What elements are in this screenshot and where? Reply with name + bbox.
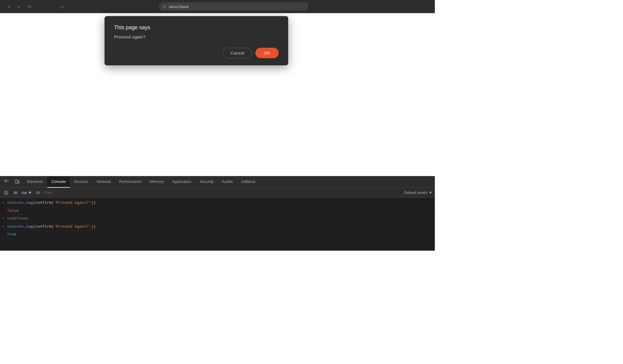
svg-rect-2 bbox=[15, 180, 18, 183]
console-line: > console.log(confirm('Proceed again?')) bbox=[0, 199, 435, 207]
chevron-down-icon: ▼ bbox=[28, 190, 32, 195]
chevron-down-icon: ▼ bbox=[429, 190, 432, 195]
browser-dialog: This page says Proceed again? Cancel OK bbox=[105, 16, 288, 65]
console-value-false: false bbox=[7, 208, 19, 214]
bookmark-icon[interactable]: ▭ bbox=[60, 4, 64, 10]
show-drawer-icon[interactable] bbox=[12, 189, 19, 196]
ok-button[interactable]: OK bbox=[255, 48, 279, 58]
page-content: This page says Proceed again? Cancel OK bbox=[0, 13, 435, 176]
console-value-true: true bbox=[7, 232, 16, 237]
devtools-toolbar: top ▼ Default levels ▼ bbox=[0, 188, 435, 198]
forward-button[interactable]: ▶ bbox=[16, 3, 23, 10]
console-code-2: console.log(confirm('Proceed again?')) bbox=[7, 224, 96, 230]
svg-rect-0 bbox=[5, 180, 7, 182]
security-info-icon: ⚠ bbox=[162, 4, 166, 9]
svg-rect-3 bbox=[18, 181, 19, 183]
back-button[interactable]: ◀ bbox=[5, 3, 12, 10]
cancel-button[interactable]: Cancel bbox=[223, 48, 252, 58]
console-value-undefined: undefined bbox=[7, 216, 28, 222]
filter-input[interactable] bbox=[44, 190, 402, 195]
console-result-false: false bbox=[0, 207, 435, 215]
tab-application[interactable]: Application bbox=[168, 176, 196, 188]
tab-network[interactable]: Network bbox=[93, 176, 115, 188]
tab-console[interactable]: Console bbox=[47, 176, 70, 188]
console-line-2: > console.log(confirm('Proceed again?')) bbox=[0, 223, 435, 231]
address-bar[interactable]: ⚠ about:blank bbox=[159, 2, 308, 11]
tab-elements[interactable]: Elements bbox=[23, 176, 47, 188]
tab-performance[interactable]: Performance bbox=[115, 176, 145, 188]
tab-adblock[interactable]: AdBlock bbox=[237, 176, 260, 188]
context-value: top bbox=[22, 190, 27, 195]
default-levels-dropdown[interactable]: Default levels ▼ bbox=[404, 190, 432, 195]
url-text: about:blank bbox=[169, 4, 189, 9]
dialog-title: This page says bbox=[114, 24, 279, 31]
address-bar-container: ⚠ about:blank bbox=[37, 2, 430, 11]
dialog-message: Proceed again? bbox=[114, 34, 279, 39]
tab-sources[interactable]: Sources bbox=[70, 176, 93, 188]
svg-point-10 bbox=[37, 192, 39, 193]
device-toolbar-icon[interactable] bbox=[13, 178, 22, 186]
inspect-element-icon[interactable] bbox=[2, 178, 11, 186]
console-output: > console.log(confirm('Proceed again?'))… bbox=[0, 198, 435, 251]
reload-button[interactable]: ↻ bbox=[26, 3, 33, 10]
console-result-undefined: < undefined bbox=[0, 215, 435, 223]
default-levels-label: Default levels bbox=[404, 190, 427, 195]
devtools-panel: Elements Console Sources Network Perform… bbox=[0, 176, 435, 251]
input-arrow: > bbox=[2, 200, 4, 206]
clear-console-icon[interactable] bbox=[2, 189, 10, 196]
browser-chrome: ◀ ▶ ↻ ▭ ⚠ about:blank bbox=[0, 0, 435, 13]
devtools-tabs: Elements Console Sources Network Perform… bbox=[0, 176, 435, 188]
output-arrow: < bbox=[2, 216, 4, 221]
input-arrow-2: > bbox=[2, 224, 4, 229]
svg-line-5 bbox=[5, 192, 7, 194]
tab-security[interactable]: Security bbox=[195, 176, 218, 188]
console-result-true: true bbox=[0, 231, 435, 239]
tab-audits[interactable]: Audits bbox=[218, 176, 237, 188]
context-selector[interactable]: top ▼ bbox=[22, 190, 32, 195]
tab-memory[interactable]: Memory bbox=[146, 176, 168, 188]
dialog-buttons: Cancel OK bbox=[114, 48, 279, 58]
eye-icon[interactable] bbox=[34, 189, 42, 196]
console-code: console.log(confirm('Proceed again?')) bbox=[7, 200, 96, 206]
